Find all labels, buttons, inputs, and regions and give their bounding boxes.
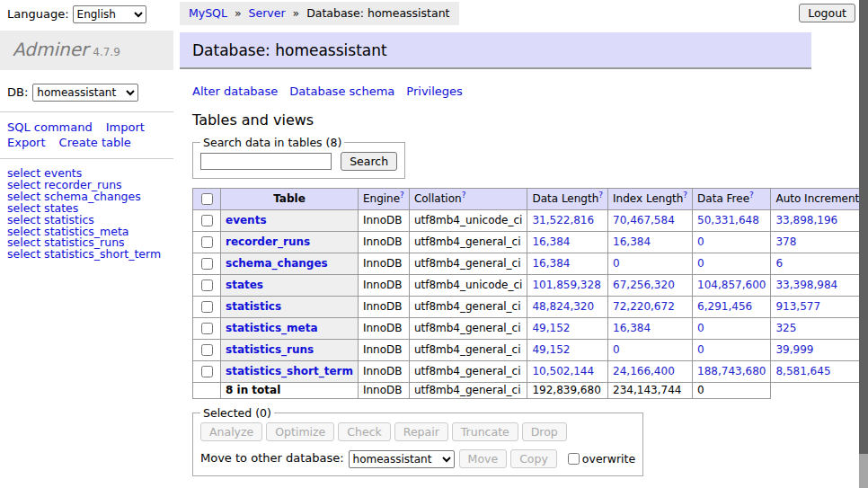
index-length-cell: 16,384 (608, 318, 693, 340)
db-select[interactable]: homeassistant (32, 84, 138, 102)
sidebar-action-link[interactable]: Create table (59, 136, 131, 149)
database-actions: Alter databaseDatabase schemaPrivileges (192, 84, 811, 98)
collation-cell: utf8mb4_general_ci (409, 297, 527, 318)
auto-increment-cell: 39,999 (771, 340, 868, 361)
auto-increment-cell: 8,581,645 (771, 361, 868, 383)
breadcrumb-current: Database: homeassistant (306, 6, 449, 20)
table-name-link[interactable]: states (226, 279, 263, 291)
column-header-data-free: Data Free? (693, 189, 771, 210)
truncate-button[interactable]: Truncate (452, 422, 518, 441)
select-all-checkbox[interactable] (201, 193, 213, 205)
table-name-cell: schema_changes (221, 253, 359, 275)
sidebar-table-link[interactable]: select statistics_short_term (7, 249, 173, 261)
vertical-scrollbar[interactable] (859, 0, 868, 488)
table-name-cell: statistics (221, 297, 359, 318)
collation-cell: utf8mb4_general_ci (409, 361, 527, 383)
breadcrumb-separator: » (231, 6, 245, 20)
table-name-link[interactable]: statistics_short_term (226, 365, 353, 377)
index-length-cell: 0 (608, 253, 693, 275)
sidebar-action-link[interactable]: Import (106, 120, 145, 134)
check-button[interactable]: Check (338, 422, 390, 441)
database-action-link[interactable]: Alter database (192, 84, 278, 98)
language-row: Language:English (0, 0, 173, 28)
move-label: Move to other database: (200, 451, 344, 465)
row-checkbox[interactable] (201, 279, 213, 291)
help-link-icon[interactable]: ? (749, 191, 754, 200)
language-select[interactable]: English (73, 5, 146, 23)
breadcrumb: MySQL » Server » Database: homeassistant (180, 2, 459, 25)
search-input[interactable] (200, 153, 332, 170)
move-row: Move to other database:homeassistantMove… (200, 449, 635, 468)
table-name-link[interactable]: statistics (226, 300, 281, 313)
move-button[interactable]: Move (459, 449, 508, 468)
search-fieldset: Search data in tables (8) Search (192, 136, 405, 179)
table-name-link[interactable]: events (226, 214, 267, 226)
header-row: TableEngine?Collation?Data Length?Index … (193, 189, 868, 210)
selected-buttons-row: AnalyzeOptimizeCheckRepairTruncateDrop (200, 422, 635, 441)
total-label-cell: 8 in total (221, 383, 359, 399)
table-name-link[interactable]: recorder_runs (226, 235, 310, 248)
row-checkbox[interactable] (201, 236, 213, 248)
data-free-cell: 0 (693, 232, 771, 253)
repair-button[interactable]: Repair (394, 422, 448, 441)
drop-button[interactable]: Drop (522, 422, 567, 441)
total-data-length-cell: 192,839,680 (527, 383, 608, 399)
table-name-link[interactable]: statistics_meta (226, 322, 318, 334)
data-length-cell: 101,859,328 (527, 275, 608, 297)
table-name-link[interactable]: statistics_runs (226, 343, 314, 356)
engine-cell: InnoDB (358, 253, 409, 275)
overwrite-label: overwrite (582, 452, 635, 466)
logout-button[interactable]: Logout (799, 4, 855, 22)
database-action-link[interactable]: Database schema (289, 84, 394, 98)
table-row: statisticsInnoDButf8mb4_general_ci48,824… (193, 297, 868, 318)
engine-cell: InnoDB (358, 361, 409, 383)
data-length-cell: 49,152 (527, 318, 608, 340)
row-checkbox[interactable] (201, 301, 213, 313)
language-label: Language: (7, 7, 69, 21)
column-header-data-length: Data Length? (527, 189, 608, 210)
row-checkbox-cell (193, 297, 221, 318)
row-checkbox-cell (193, 318, 221, 340)
page-title: Database: homeassistant (180, 32, 811, 69)
collation-cell: utf8mb4_general_ci (409, 232, 527, 253)
help-link-icon[interactable]: ? (462, 191, 466, 200)
total-empty-cell (193, 383, 221, 399)
scrollbar-thumb[interactable] (859, 0, 868, 454)
table-row: eventsInnoDButf8mb4_unicode_ci31,522,816… (193, 210, 868, 232)
analyze-button[interactable]: Analyze (200, 422, 262, 441)
row-checkbox-cell (193, 253, 221, 275)
breadcrumb-link[interactable]: MySQL (189, 6, 227, 20)
total-collation-cell: utf8mb4_general_ci (409, 383, 527, 399)
search-legend: Search data in tables (8) (200, 136, 344, 149)
sidebar-links-row: SQL commandImport (7, 120, 173, 135)
sidebar-action-link[interactable]: SQL command (7, 120, 93, 134)
tables-table-head: TableEngine?Collation?Data Length?Index … (193, 189, 868, 210)
help-link-icon[interactable]: ? (683, 191, 687, 200)
row-checkbox[interactable] (201, 215, 213, 226)
total-engine-cell: InnoDB (358, 383, 409, 399)
breadcrumb-link[interactable]: Server (249, 6, 286, 20)
column-header-index-length: Index Length? (608, 189, 693, 210)
copy-button[interactable]: Copy (510, 449, 557, 468)
table-name-cell: states (221, 275, 359, 297)
overwrite-checkbox[interactable] (568, 453, 580, 465)
table-name-link[interactable]: schema_changes (226, 257, 328, 270)
row-checkbox[interactable] (201, 366, 213, 377)
app-name: Adminer (13, 39, 88, 60)
engine-cell: InnoDB (358, 275, 409, 297)
row-checkbox[interactable] (201, 323, 213, 334)
selected-fieldset: Selected (0) AnalyzeOptimizeCheckRepairT… (192, 406, 643, 476)
help-link-icon[interactable]: ? (400, 191, 404, 200)
data-free-cell: 188,743,680 (693, 361, 771, 383)
row-checkbox[interactable] (201, 344, 213, 356)
sidebar-action-link[interactable]: Export (7, 136, 46, 149)
help-link-icon[interactable]: ? (598, 191, 603, 200)
row-checkbox[interactable] (201, 258, 213, 270)
header-checkbox-cell (193, 189, 221, 210)
index-length-cell: 72,220,672 (608, 297, 693, 318)
search-button[interactable]: Search (341, 152, 397, 171)
move-db-select[interactable]: homeassistant (349, 450, 455, 468)
index-length-cell: 70,467,584 (608, 210, 693, 232)
database-action-link[interactable]: Privileges (406, 84, 463, 98)
optimize-button[interactable]: Optimize (266, 422, 334, 441)
